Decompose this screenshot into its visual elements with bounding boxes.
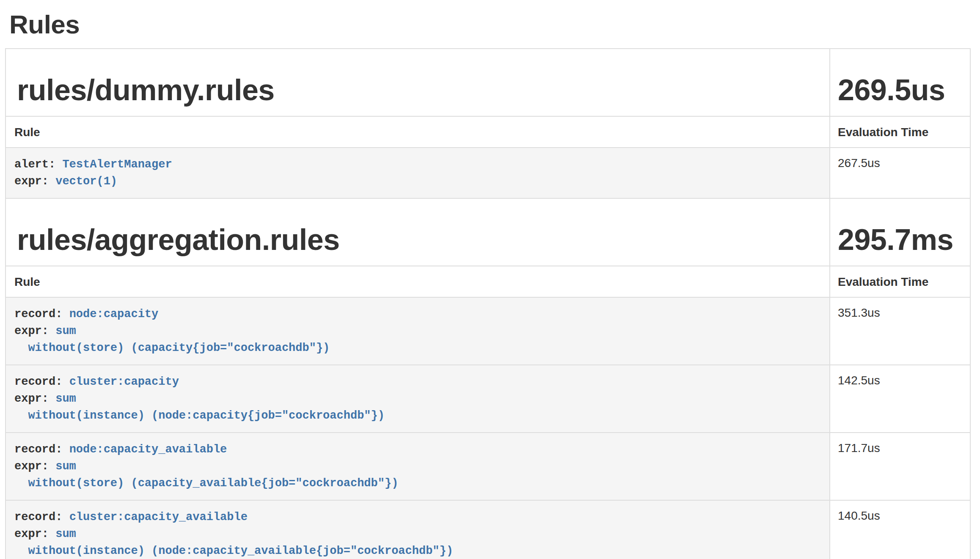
rule-field-key: expr: — [14, 528, 55, 540]
rule-group-evaluation-total-cell: 295.7ms — [830, 198, 970, 266]
rule-expression-link[interactable]: without(instance) (node:capacity_availab… — [14, 545, 453, 557]
rule-group-header-row: rules/aggregation.rules295.7ms — [6, 198, 970, 266]
rule-definition-cell: record: cluster:capacityexpr: sum withou… — [6, 365, 830, 433]
rule-field-key: expr: — [14, 392, 55, 405]
rule-code-line: record: node:capacity_available — [14, 441, 821, 458]
rule-expression-link[interactable]: node:capacity — [69, 308, 159, 321]
rule-evaluation-time: 171.7us — [830, 433, 970, 500]
page-title: Rules — [9, 10, 980, 39]
rule-code-line: record: node:capacity — [14, 306, 821, 323]
rule-code-line: expr: sum — [14, 458, 821, 475]
rule-group-evaluation-total: 295.7ms — [838, 223, 970, 256]
rule-expression-link[interactable]: without(store) (capacity{job="cockroachd… — [14, 342, 330, 354]
column-header-evaluation-time: Evaluation Time — [830, 266, 970, 297]
rule-expression-link[interactable]: node:capacity_available — [69, 443, 227, 456]
rule-row: record: cluster:capacityexpr: sum withou… — [6, 365, 970, 433]
rule-expression-link[interactable]: TestAlertManager — [62, 158, 172, 171]
column-header-rule: Rule — [6, 266, 830, 297]
rule-definition-cell: record: node:capacityexpr: sum without(s… — [6, 297, 830, 365]
rule-definition-cell: record: node:capacity_availableexpr: sum… — [6, 433, 830, 500]
rule-field-key: expr: — [14, 460, 55, 473]
rule-expression-link[interactable]: without(instance) (node:capacity{job="co… — [14, 409, 385, 422]
rule-expression-link[interactable]: without(store) (capacity_available{job="… — [14, 477, 398, 490]
rule-code-line: record: cluster:capacity — [14, 373, 821, 390]
rules-table: rules/dummy.rules269.5usRuleEvaluation T… — [5, 48, 971, 559]
rule-field-key: expr: — [14, 175, 55, 188]
rule-code-line: expr: sum — [14, 390, 821, 407]
rule-code-line: without(instance) (node:capacity_availab… — [14, 543, 821, 559]
rule-row: record: cluster:capacity_availableexpr: … — [6, 500, 970, 559]
column-header-evaluation-time: Evaluation Time — [830, 116, 970, 148]
rule-evaluation-time: 140.5us — [830, 500, 970, 559]
rule-field-key: expr: — [14, 325, 55, 337]
rule-expression-link[interactable]: vector(1) — [55, 175, 117, 188]
rule-field-key: record: — [14, 511, 69, 523]
rule-expression-link[interactable]: sum — [55, 528, 76, 540]
column-header-row: RuleEvaluation Time — [6, 116, 970, 148]
rule-group-header-row: rules/dummy.rules269.5us — [6, 49, 970, 116]
rule-code-line: without(store) (capacity_available{job="… — [14, 475, 821, 492]
rule-field-key: record: — [14, 443, 69, 456]
rule-expression-link[interactable]: cluster:capacity — [69, 375, 179, 388]
rule-code-line: record: cluster:capacity_available — [14, 509, 821, 526]
rule-field-key: record: — [14, 308, 69, 321]
rule-row: record: node:capacity_availableexpr: sum… — [6, 433, 970, 500]
rule-definition-cell: alert: TestAlertManagerexpr: vector(1) — [6, 148, 830, 198]
rule-expression-link[interactable]: cluster:capacity_available — [69, 511, 248, 523]
rule-field-key: record: — [14, 375, 69, 388]
rule-group-evaluation-total-cell: 269.5us — [830, 49, 970, 116]
rule-group-file-cell: rules/dummy.rules — [6, 49, 830, 116]
rule-code-line: expr: vector(1) — [14, 173, 821, 190]
rule-expression-link[interactable]: sum — [55, 325, 76, 337]
rule-code-line: without(instance) (node:capacity{job="co… — [14, 407, 821, 424]
rule-evaluation-time: 351.3us — [830, 297, 970, 365]
rule-evaluation-time: 142.5us — [830, 365, 970, 433]
rule-code-line: expr: sum — [14, 323, 821, 340]
rule-group-evaluation-total: 269.5us — [838, 74, 970, 107]
rule-evaluation-time: 267.5us — [830, 148, 970, 198]
rule-definition-cell: record: cluster:capacity_availableexpr: … — [6, 500, 830, 559]
rule-row: record: node:capacityexpr: sum without(s… — [6, 297, 970, 365]
rule-code-line: expr: sum — [14, 526, 821, 543]
rule-field-key: alert: — [14, 158, 62, 171]
column-header-row: RuleEvaluation Time — [6, 266, 970, 297]
rule-expression-link[interactable]: sum — [55, 392, 76, 405]
rule-group-file: rules/dummy.rules — [17, 74, 829, 107]
rule-group-file: rules/aggregation.rules — [17, 223, 829, 256]
rule-code-line: alert: TestAlertManager — [14, 156, 821, 173]
column-header-rule: Rule — [6, 116, 830, 148]
rule-expression-link[interactable]: sum — [55, 460, 76, 473]
rule-group-file-cell: rules/aggregation.rules — [6, 198, 830, 266]
rule-row: alert: TestAlertManagerexpr: vector(1)26… — [6, 148, 970, 198]
rule-code-line: without(store) (capacity{job="cockroachd… — [14, 340, 821, 356]
rules-table-body: rules/dummy.rules269.5usRuleEvaluation T… — [6, 49, 970, 559]
